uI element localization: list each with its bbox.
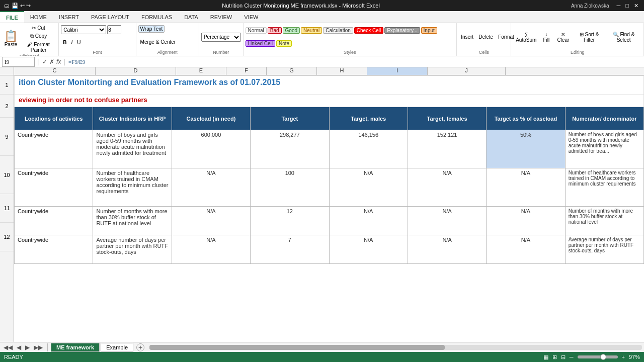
col-header-h[interactable]: H [317, 67, 367, 75]
tab-file[interactable]: FILE [0, 11, 24, 23]
zoom-out-icon[interactable]: ─ [570, 354, 574, 360]
cell-numerator-3[interactable]: Number of months with more than 30% buff… [565, 207, 643, 235]
cell-caseload-2[interactable]: N/A [172, 168, 250, 207]
delete-button[interactable]: Delete [476, 33, 495, 41]
sheet-nav-prev[interactable]: ◀ [15, 344, 23, 351]
cell-target-pct-1[interactable]: 50% [487, 130, 565, 168]
cell-target-2[interactable]: 100 [251, 168, 329, 207]
find-select-button[interactable]: 🔍 Find & Select [606, 31, 641, 44]
add-sheet-button[interactable]: + [136, 343, 144, 351]
style-neutral[interactable]: Neutral [301, 27, 322, 34]
style-normal[interactable]: Normal [246, 27, 267, 34]
horizontal-scrollbar[interactable] [149, 345, 642, 350]
italic-button[interactable]: I [69, 39, 74, 46]
cell-location-1[interactable]: Countrywide [15, 130, 93, 168]
cell-caseload-3[interactable]: N/A [172, 207, 250, 235]
col-header-d[interactable]: D [96, 67, 176, 75]
copy-button[interactable]: ⧉ Copy [21, 32, 56, 40]
merge-center-button[interactable]: Merge & Center [138, 38, 178, 46]
number-format-select[interactable]: Percentage [201, 33, 241, 42]
cell-target-4[interactable]: 7 [251, 235, 329, 264]
style-input[interactable]: Input [421, 27, 437, 34]
cell-target-pct-4[interactable]: N/A [487, 235, 565, 264]
cell-location-3[interactable]: Countrywide [15, 207, 93, 235]
col-header-c[interactable]: C [14, 67, 96, 75]
tab-view[interactable]: VIEW [238, 11, 264, 23]
cell-caseload-4[interactable]: N/A [172, 235, 250, 264]
sheet-tab-example[interactable]: Example [101, 343, 133, 352]
cell-target-females-4[interactable]: N/A [408, 235, 486, 264]
col-header-g[interactable]: G [267, 67, 317, 75]
formula-fx-icon[interactable]: fx [56, 58, 61, 65]
bold-button[interactable]: B [61, 39, 68, 46]
cell-target-pct-2[interactable]: N/A [487, 168, 565, 207]
view-page-break-icon[interactable]: ⊟ [561, 354, 566, 360]
col-header-i[interactable]: I [367, 67, 428, 75]
sheet-tab-me-framework[interactable]: ME framework [51, 343, 100, 352]
formula-input[interactable] [68, 59, 642, 65]
tab-review[interactable]: REVIEW [204, 11, 238, 23]
data-row-2[interactable]: Countrywide Number of healthcare workers… [15, 168, 644, 207]
tab-home[interactable]: HOME [24, 11, 53, 23]
cell-indicator-3[interactable]: Number of months with more than 30% buff… [93, 207, 172, 235]
cell-target-females-3[interactable]: N/A [408, 207, 486, 235]
cell-caseload-1[interactable]: 600,000 [172, 130, 250, 168]
cell-location-2[interactable]: Countrywide [15, 168, 93, 207]
style-explanatory[interactable]: Explanatory... [384, 27, 420, 34]
col-header-f[interactable]: F [226, 67, 267, 75]
cell-target-males-4[interactable]: N/A [329, 235, 408, 264]
view-normal-icon[interactable]: ▦ [543, 354, 548, 360]
clear-button[interactable]: ✕ Clear [554, 31, 573, 44]
font-name-select[interactable]: Calibri [61, 25, 106, 34]
style-good[interactable]: Good [283, 27, 300, 34]
font-size-input[interactable] [107, 25, 121, 34]
cell-target-females-1[interactable]: 152,121 [408, 130, 486, 168]
cell-indicator-2[interactable]: Number of healthcare workers trained in … [93, 168, 172, 207]
data-row-4[interactable]: Countrywide Average number of days per p… [15, 235, 644, 264]
format-painter-button[interactable]: 🖌 Format Painter [21, 41, 56, 54]
cell-target-males-2[interactable]: N/A [329, 168, 408, 207]
cell-target-3[interactable]: 12 [251, 207, 329, 235]
cell-indicator-1[interactable]: Number of boys and girls aged 0-59 month… [93, 130, 172, 168]
autosum-button[interactable]: ∑ AutoSum [513, 31, 539, 44]
style-check-cell[interactable]: Check Cell [354, 27, 383, 34]
style-calculation[interactable]: Calculation [323, 27, 353, 34]
view-layout-icon[interactable]: ⊞ [552, 354, 557, 360]
zoom-slider[interactable] [578, 355, 618, 358]
cell-indicator-4[interactable]: Average number of days per partner per m… [93, 235, 172, 264]
formula-check-icon[interactable]: ✓ [42, 58, 47, 65]
tab-data[interactable]: DATA [178, 11, 204, 23]
style-bad[interactable]: Bad [268, 27, 282, 34]
data-row-3[interactable]: Countrywide Number of months with more t… [15, 207, 644, 235]
wrap-text-button[interactable]: Wrap Text [138, 25, 165, 33]
cell-location-4[interactable]: Countrywide [15, 235, 93, 264]
cell-target-males-1[interactable]: 146,156 [329, 130, 408, 168]
sort-filter-button[interactable]: ⊞ Sort & Filter [574, 31, 605, 44]
tab-insert[interactable]: INSERT [53, 11, 85, 23]
col-header-e[interactable]: E [176, 67, 226, 75]
fill-button[interactable]: ↓ Fill [540, 31, 552, 44]
cell-target-males-3[interactable]: N/A [329, 207, 408, 235]
underline-button[interactable]: U [75, 39, 83, 46]
sheet-nav-last[interactable]: ▶▶ [32, 344, 44, 351]
cell-numerator-1[interactable]: Number of boys and girls aged 0-59 month… [565, 130, 643, 168]
paste-button[interactable]: 📋 Paste [2, 30, 20, 48]
tab-formulas[interactable]: FORMULAS [135, 11, 178, 23]
cell-reference-box[interactable] [2, 57, 35, 67]
insert-button[interactable]: Insert [459, 33, 475, 41]
window-controls[interactable]: Anna Ziolkowska ─ □ ✕ [571, 3, 640, 9]
cell-target-pct-3[interactable]: N/A [487, 207, 565, 235]
style-linked-cell[interactable]: Linked Cell [246, 40, 275, 47]
formula-cancel-icon[interactable]: ✗ [49, 58, 54, 65]
cut-button[interactable]: ✂ Cut [21, 24, 56, 32]
col-header-j[interactable]: J [428, 67, 506, 75]
sheet-nav-next[interactable]: ▶ [24, 344, 31, 351]
sheet-nav-first[interactable]: ◀◀ [2, 344, 14, 351]
cell-target-females-2[interactable]: N/A [408, 168, 486, 207]
zoom-in-icon[interactable]: + [622, 354, 625, 360]
tab-page-layout[interactable]: PAGE LAYOUT [85, 11, 135, 23]
cell-numerator-4[interactable]: Average number of days per partner per m… [565, 235, 643, 264]
cell-target-1[interactable]: 298,277 [251, 130, 329, 168]
maximize-btn[interactable]: □ [625, 3, 629, 9]
style-note[interactable]: Note [276, 40, 292, 47]
